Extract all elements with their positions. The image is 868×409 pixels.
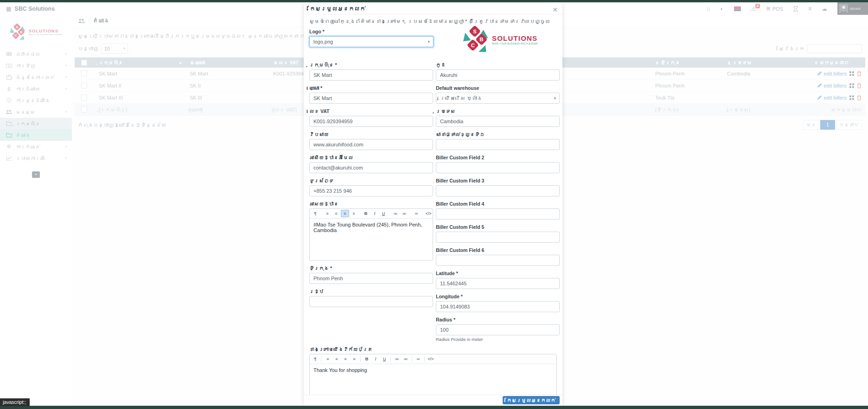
custom-field-3-label: Biller Custom Field 3 bbox=[436, 178, 560, 184]
country-input[interactable] bbox=[436, 116, 560, 127]
address-field-group: អាសយដ្ឋាន ¶ ≡ ≡ ≡ ≡ B I bbox=[309, 201, 433, 261]
custom-field-3-group: Biller Custom Field 3 bbox=[436, 178, 560, 196]
email-input[interactable] bbox=[309, 162, 433, 173]
invoice-footer-field-group: ខាងក្រោមជើងវិក័យប័ត្រ ¶ ≡ ≡ ≡ ≡ B I U bbox=[309, 346, 557, 395]
address-editor: ¶ ≡ ≡ ≡ ≡ B I U ≔ bbox=[309, 208, 433, 261]
longitude-field-group: Longitude * bbox=[436, 294, 560, 312]
custom-field-4-label: Biller Custom Field 4 bbox=[436, 201, 560, 207]
bold-button[interactable]: B bbox=[362, 210, 370, 217]
modal-body: សូមបំពេញនៅក្នុងព័ត៌មានខាងក្រោម។ ប្រអប់ដែ… bbox=[304, 14, 562, 395]
form-column-right: កូដ Default warehouse ជ្រើសរើស ឃ្លាំង ▾ … bbox=[436, 62, 560, 346]
logo-field-group: Logo * logo.png ▾ bbox=[309, 29, 434, 47]
align-center-button[interactable]: ≡ bbox=[332, 355, 341, 363]
vat-label: លេខ VAT bbox=[309, 108, 433, 114]
name-field-group: ឈ្មោះ * bbox=[309, 85, 433, 104]
latitude-field-group: Latitude * bbox=[436, 271, 560, 289]
align-left-button[interactable]: ≡ bbox=[324, 355, 332, 363]
name-input[interactable] bbox=[309, 93, 433, 104]
code-view-button[interactable]: </> bbox=[424, 210, 433, 217]
city-field-group: ទីក្រុង * bbox=[309, 265, 433, 284]
italic-button[interactable]: I bbox=[370, 210, 379, 217]
underline-button[interactable]: U bbox=[379, 210, 388, 217]
modal-instruction: សូមបំពេញនៅក្នុងព័ត៌មានខាងក្រោម។ ប្រអប់ដែ… bbox=[309, 19, 560, 24]
link-button[interactable]: ∞ bbox=[412, 210, 421, 217]
custom-field-2-group: Biller Custom Field 2 bbox=[436, 155, 560, 173]
radius-input[interactable] bbox=[436, 324, 560, 335]
state-label: រដ្ឋ bbox=[309, 289, 433, 295]
logo-name: SOLUTIONS bbox=[492, 34, 538, 42]
ordered-list-button[interactable]: ≕ bbox=[402, 355, 410, 363]
company-logo-preview: SOLUTIONS MAKE YOUR BUSINESS MUCH EASIER bbox=[462, 26, 538, 53]
custom-field-2-input[interactable] bbox=[436, 162, 560, 173]
logo-label: Logo * bbox=[309, 29, 434, 35]
company-input[interactable] bbox=[309, 69, 433, 81]
custom-field-5-group: Biller Custom Field 5 bbox=[436, 224, 560, 243]
state-field-group: រដ្ឋ bbox=[309, 289, 433, 307]
website-input[interactable] bbox=[309, 139, 433, 150]
ordered-list-button[interactable]: ≕ bbox=[400, 210, 408, 217]
warehouse-select[interactable]: ជ្រើសរើស ឃ្លាំង ▾ bbox=[436, 93, 560, 104]
radius-label: Radius * bbox=[436, 317, 560, 323]
radius-field-group: Radius * Radius Provide in meter bbox=[436, 317, 560, 342]
bullet-list-button[interactable]: ≔ bbox=[391, 210, 400, 217]
bullet-list-button[interactable]: ≔ bbox=[393, 355, 401, 363]
modal-header: កែសម្រួលអ្នកលក់ ✕ bbox=[304, 2, 562, 14]
code-field-group: កូដ bbox=[436, 62, 560, 81]
company-field-group: ក្រុមហ៊ុន * bbox=[309, 62, 433, 81]
modal-title: កែសម្រួលអ្នកលក់ bbox=[310, 6, 365, 12]
invoice-footer-editor: ¶ ≡ ≡ ≡ ≡ B I U ≔ ≕ ∞ bbox=[309, 354, 557, 395]
custom-field-3-input[interactable] bbox=[436, 185, 560, 196]
longitude-label: Longitude * bbox=[436, 294, 560, 300]
name-label: ឈ្មោះ * bbox=[309, 85, 433, 91]
custom-field-6-group: Biller Custom Field 6 bbox=[436, 247, 560, 266]
invoice-footer-label: ខាងក្រោមជើងវិក័យប័ត្រ bbox=[309, 346, 557, 352]
align-right-button[interactable]: ≡ bbox=[341, 210, 349, 217]
logo-select[interactable]: logo.png ▾ bbox=[309, 36, 434, 47]
underline-button[interactable]: U bbox=[380, 355, 389, 363]
phone-label: ទូរស័ព្ទ bbox=[309, 178, 433, 184]
warehouse-label: Default warehouse bbox=[436, 85, 560, 91]
longitude-input[interactable] bbox=[436, 301, 560, 312]
caret-down-icon: ▾ bbox=[554, 93, 556, 103]
custom-field-5-input[interactable] bbox=[436, 232, 560, 243]
custom-field-1-input[interactable] bbox=[436, 139, 560, 150]
address-editor-content[interactable]: #Mao Tse Toung Boulevard (245), Phnom Pe… bbox=[310, 219, 433, 260]
modal-footer: កែសម្រួលអ្នកលក់ bbox=[304, 395, 562, 406]
browser-bottom-strip bbox=[0, 406, 868, 409]
custom-field-4-input[interactable] bbox=[436, 208, 560, 220]
company-label: ក្រុមហ៊ុន * bbox=[309, 62, 433, 68]
edit-biller-modal: កែសម្រួលអ្នកលក់ ✕ សូមបំពេញនៅក្នុងព័ត៌មាន… bbox=[304, 2, 562, 406]
code-view-button[interactable]: </> bbox=[427, 355, 435, 363]
paragraph-button[interactable]: ¶ bbox=[311, 355, 319, 363]
code-input[interactable] bbox=[436, 69, 560, 81]
invoice-footer-editor-content[interactable]: Thank You for shopping bbox=[310, 364, 556, 395]
align-justify-button[interactable]: ≡ bbox=[350, 210, 358, 217]
vat-input[interactable] bbox=[309, 116, 433, 127]
country-label: ប្រទេស bbox=[436, 108, 560, 114]
browser-status-tooltip: javascript:; bbox=[0, 398, 30, 406]
link-button[interactable]: ∞ bbox=[414, 355, 422, 363]
phone-input[interactable] bbox=[309, 185, 433, 196]
italic-button[interactable]: I bbox=[371, 355, 380, 363]
phone-field-group: ទូរស័ព្ទ bbox=[309, 178, 433, 196]
address-label: អាសយដ្ឋាន bbox=[309, 201, 433, 207]
paragraph-button[interactable]: ¶ bbox=[311, 210, 319, 217]
city-input[interactable] bbox=[309, 273, 433, 284]
align-center-button[interactable]: ≡ bbox=[332, 210, 340, 217]
editor-toolbar: ¶ ≡ ≡ ≡ ≡ B I U ≔ ≕ ∞ bbox=[310, 354, 556, 364]
radius-help-text: Radius Provide in meter bbox=[436, 337, 560, 342]
custom-field-2-label: Biller Custom Field 2 bbox=[436, 155, 560, 161]
custom-field-1-label: សាខាផ្ទាល់ខ្លួនទី១ bbox=[436, 132, 560, 138]
bold-button[interactable]: B bbox=[363, 355, 371, 363]
country-field-group: ប្រទេស bbox=[436, 108, 560, 127]
align-left-button[interactable]: ≡ bbox=[323, 210, 332, 217]
custom-field-6-label: Biller Custom Field 6 bbox=[436, 247, 560, 253]
align-right-button[interactable]: ≡ bbox=[341, 355, 350, 363]
caret-down-icon: ▾ bbox=[428, 37, 430, 47]
align-justify-button[interactable]: ≡ bbox=[350, 355, 358, 363]
state-input[interactable] bbox=[309, 296, 433, 307]
code-label: កូដ bbox=[436, 62, 560, 68]
submit-edit-biller-button[interactable]: កែសម្រួលអ្នកលក់ bbox=[503, 396, 560, 404]
latitude-input[interactable] bbox=[436, 278, 560, 289]
custom-field-6-input[interactable] bbox=[436, 255, 560, 266]
